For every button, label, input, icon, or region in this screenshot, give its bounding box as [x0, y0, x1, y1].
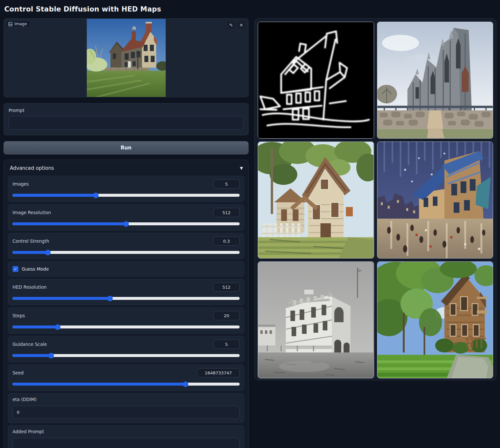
slider-handle[interactable] [48, 353, 54, 358]
control-strength-slider[interactable] [12, 250, 240, 255]
guidance-scale-slider[interactable] [12, 353, 240, 358]
advanced-options-accordion[interactable]: Advanced options ▼ [8, 164, 244, 176]
guidance-scale-value-input[interactable] [213, 340, 240, 349]
slider-row-images: Images [8, 176, 244, 202]
eta-label: eta (DDIM) [12, 397, 240, 402]
hed-resolution-label: HED Resolution [12, 284, 47, 290]
uploaded-image-preview [87, 19, 166, 97]
guess-mode-label: Guess Mode [22, 266, 49, 272]
slider-row-control-strength: Control Strength [8, 233, 244, 259]
control-strength-value-input[interactable] [213, 236, 240, 246]
image-component-label-text: Image [14, 22, 27, 26]
added-prompt-input[interactable] [12, 438, 240, 448]
steps-slider[interactable] [12, 325, 240, 329]
edit-image-button[interactable]: ✎ [227, 21, 235, 29]
added-prompt-row: Added Prompt [8, 425, 244, 448]
image-icon [8, 22, 12, 26]
advanced-options-panel: Advanced options ▼ Images Ima [4, 160, 249, 448]
run-button[interactable]: Run [4, 141, 249, 154]
slider-handle[interactable] [45, 250, 51, 255]
images-slider[interactable] [12, 193, 240, 198]
gallery-item-hed-edge-map[interactable] [258, 22, 374, 139]
output-gallery [254, 18, 496, 380]
advanced-options-title: Advanced options [10, 165, 54, 171]
slider-row-image-resolution: Image Resolution [8, 204, 244, 231]
seed-label: Seed [12, 370, 24, 375]
slider-row-hed-resolution: HED Resolution [8, 279, 244, 305]
prompt-block: Prompt [4, 103, 249, 135]
slider-handle[interactable] [55, 324, 60, 330]
hed-resolution-slider[interactable] [12, 296, 240, 301]
image-component-label: Image [6, 20, 30, 28]
slider-handle[interactable] [93, 192, 99, 198]
added-prompt-label: Added Prompt [12, 429, 240, 434]
clear-image-button[interactable]: ✕ [237, 21, 245, 29]
app-root: Control Stable Diffusion with HED Maps I… [0, 0, 500, 448]
uploaded-image[interactable] [4, 19, 248, 97]
slider-handle[interactable] [183, 381, 188, 387]
slider-handle[interactable] [107, 296, 113, 301]
seed-slider[interactable] [12, 382, 240, 387]
close-icon: ✕ [240, 23, 243, 28]
image-actions: ✎ ✕ [227, 21, 245, 29]
eta-row: eta (DDIM) [8, 393, 244, 423]
steps-label: Steps [12, 313, 25, 318]
input-image-component: Image ✎ ✕ [4, 18, 249, 97]
guess-mode-checkbox[interactable]: ✓ [12, 266, 18, 272]
controls-column: Image ✎ ✕ [4, 18, 249, 448]
image-resolution-label: Image Resolution [12, 210, 51, 215]
slider-row-steps: Steps [8, 307, 244, 334]
chevron-down-icon: ▼ [240, 166, 243, 170]
main-layout: Image ✎ ✕ [4, 18, 496, 448]
hed-resolution-value-input[interactable] [213, 282, 240, 292]
prompt-input[interactable] [9, 116, 244, 130]
gallery-item-impressionist-building[interactable] [377, 142, 493, 258]
control-strength-label: Control Strength [12, 238, 49, 244]
image-resolution-value-input[interactable] [213, 208, 240, 217]
slider-row-guidance-scale: Guidance Scale [8, 336, 244, 362]
eta-input[interactable] [12, 406, 240, 419]
guidance-scale-label: Guidance Scale [12, 342, 47, 347]
gallery-item-cottage-painting[interactable] [258, 142, 374, 258]
slider-row-seed: Seed [8, 365, 244, 391]
gallery-item-brick-house[interactable] [377, 261, 493, 378]
gallery-item-bw-building[interactable] [258, 261, 374, 378]
prompt-label: Prompt [9, 108, 244, 113]
image-resolution-slider[interactable] [12, 221, 240, 226]
steps-value-input[interactable] [213, 311, 240, 320]
images-label: Images [12, 181, 29, 187]
slider-handle[interactable] [123, 221, 129, 227]
seed-value-input[interactable] [197, 368, 240, 377]
check-icon: ✓ [14, 267, 17, 271]
guess-mode-row: ✓ Guess Mode [8, 261, 244, 277]
gallery-item-cathedral[interactable] [377, 22, 493, 139]
images-value-input[interactable] [213, 179, 240, 189]
edit-icon: ✎ [229, 23, 233, 28]
page-title: Control Stable Diffusion with HED Maps [4, 5, 496, 13]
